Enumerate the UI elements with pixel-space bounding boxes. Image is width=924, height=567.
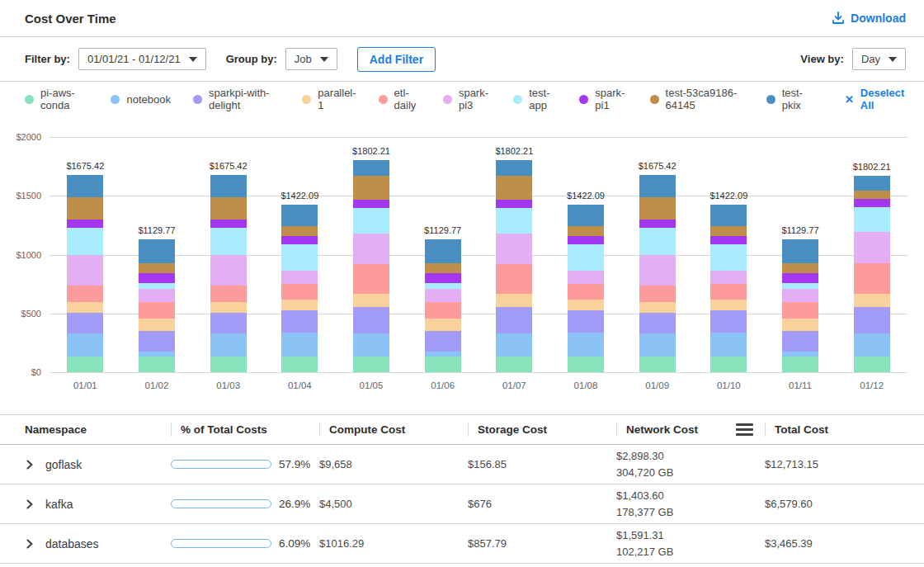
bar-segment-sparkpi-with-delight[interactable] [782, 331, 818, 352]
bar-segment-pi-aws-conda[interactable] [139, 357, 175, 372]
bar-segment-test-53ca9186-64145[interactable] [568, 226, 604, 237]
bar-segment-notebook[interactable] [639, 333, 676, 357]
bar-segment-etl-daily[interactable] [782, 302, 818, 319]
bar-segment-spark-pi1[interactable] [782, 273, 818, 282]
stacked-bar-01/05[interactable] [353, 160, 389, 372]
bar-segment-test-app[interactable] [568, 244, 604, 270]
column-settings-icon[interactable] [736, 423, 753, 436]
bar-segment-sparkpi-with-delight[interactable] [568, 310, 604, 332]
add-filter-button[interactable]: Add Filter [357, 47, 436, 72]
legend-item-test-app[interactable]: test-app [513, 87, 557, 111]
bar-segment-etl-daily[interactable] [139, 302, 175, 319]
bar-segment-etl-daily[interactable] [67, 286, 103, 301]
bar-segment-test-pkix[interactable] [281, 205, 318, 225]
bar-segment-pi-aws-conda[interactable] [425, 357, 461, 372]
bar-segment-test-pkix[interactable] [710, 205, 747, 225]
bar-segment-spark-pi1[interactable] [710, 236, 747, 244]
bar-segment-pi-aws-conda[interactable] [568, 357, 604, 372]
bar-segment-spark-pi3[interactable] [353, 234, 389, 264]
bar-segment-parallel-1[interactable] [67, 302, 103, 314]
bar-segment-test-app[interactable] [710, 244, 747, 270]
bar-segment-spark-pi1[interactable] [854, 199, 890, 207]
bar-segment-test-53ca9186-64145[interactable] [782, 263, 818, 273]
stacked-bar-01/06[interactable] [425, 239, 461, 372]
group-by-select[interactable]: Job [285, 48, 337, 70]
bar-segment-etl-daily[interactable] [568, 284, 604, 300]
bar-segment-spark-pi1[interactable] [281, 236, 318, 244]
legend-item-pi-aws-conda[interactable]: pi-aws-conda [25, 87, 88, 111]
bar-segment-test-53ca9186-64145[interactable] [710, 226, 747, 237]
bar-segment-sparkpi-with-delight[interactable] [496, 307, 532, 333]
bar-segment-test-app[interactable] [281, 244, 318, 270]
bar-segment-spark-pi1[interactable] [353, 200, 389, 208]
bar-segment-parallel-1[interactable] [782, 319, 818, 331]
stacked-bar-01/01[interactable] [67, 175, 103, 372]
bar-segment-parallel-1[interactable] [139, 319, 175, 331]
stacked-bar-01/09[interactable] [639, 175, 676, 372]
bar-segment-etl-daily[interactable] [210, 286, 247, 301]
deselect-all-button[interactable]: ✕Deselect All [845, 87, 906, 111]
bar-segment-sparkpi-with-delight[interactable] [67, 313, 103, 333]
column-header-network-cost[interactable]: Network Cost [616, 415, 765, 444]
bar-segment-test-53ca9186-64145[interactable] [854, 191, 890, 199]
stacked-bar-01/11[interactable] [782, 239, 818, 372]
stacked-bar-01/12[interactable] [854, 176, 890, 372]
stacked-bar-01/08[interactable] [568, 205, 604, 372]
bar-segment-pi-aws-conda[interactable] [210, 357, 247, 372]
bar-segment-test-53ca9186-64145[interactable] [281, 226, 318, 237]
bar-segment-sparkpi-with-delight[interactable] [425, 331, 461, 352]
bar-segment-spark-pi3[interactable] [281, 271, 318, 284]
legend-item-spark-pi1[interactable]: spark-pi1 [579, 87, 627, 111]
bar-segment-test-53ca9186-64145[interactable] [353, 176, 389, 200]
chevron-right-icon[interactable] [25, 499, 35, 509]
bar-segment-sparkpi-with-delight[interactable] [710, 310, 747, 332]
bar-segment-parallel-1[interactable] [496, 294, 532, 307]
bar-segment-pi-aws-conda[interactable] [854, 357, 890, 372]
bar-segment-test-pkix[interactable] [568, 205, 604, 225]
bar-segment-sparkpi-with-delight[interactable] [639, 313, 676, 333]
bar-segment-test-53ca9186-64145[interactable] [139, 263, 175, 273]
bar-segment-spark-pi3[interactable] [139, 289, 175, 302]
bar-segment-parallel-1[interactable] [353, 294, 389, 307]
bar-segment-spark-pi3[interactable] [639, 255, 676, 286]
bar-segment-etl-daily[interactable] [710, 284, 747, 300]
chevron-right-icon[interactable] [25, 460, 35, 470]
bar-segment-sparkpi-with-delight[interactable] [139, 331, 175, 352]
bar-segment-pi-aws-conda[interactable] [353, 357, 389, 372]
bar-segment-test-app[interactable] [210, 228, 247, 255]
bar-segment-pi-aws-conda[interactable] [782, 357, 818, 372]
bar-segment-pi-aws-conda[interactable] [496, 357, 532, 372]
bar-segment-pi-aws-conda[interactable] [710, 357, 747, 372]
bar-segment-spark-pi3[interactable] [568, 271, 604, 284]
column-header-total-cost[interactable]: Total Cost [765, 415, 908, 444]
bar-segment-test-pkix[interactable] [353, 160, 389, 176]
legend-item-notebook[interactable]: notebook [111, 93, 171, 106]
bar-segment-notebook[interactable] [496, 333, 532, 357]
bar-segment-spark-pi3[interactable] [710, 271, 747, 284]
bar-segment-sparkpi-with-delight[interactable] [210, 313, 247, 333]
bar-segment-sparkpi-with-delight[interactable] [353, 307, 389, 333]
bar-segment-notebook[interactable] [710, 333, 747, 357]
bar-segment-test-app[interactable] [854, 207, 890, 232]
bar-segment-spark-pi3[interactable] [854, 232, 890, 263]
legend-item-etl-daily[interactable]: etl-daily [379, 87, 421, 111]
bar-segment-spark-pi3[interactable] [425, 289, 461, 302]
bar-segment-parallel-1[interactable] [210, 302, 247, 314]
bar-segment-notebook[interactable] [281, 333, 318, 357]
bar-segment-test-app[interactable] [353, 208, 389, 234]
bar-segment-test-pkix[interactable] [425, 239, 461, 263]
bar-segment-spark-pi3[interactable] [67, 255, 103, 286]
bar-segment-test-53ca9186-64145[interactable] [210, 197, 247, 220]
bar-segment-test-pkix[interactable] [67, 175, 103, 196]
bar-segment-spark-pi1[interactable] [139, 273, 175, 282]
column-header-storage-cost[interactable]: Storage Cost [468, 415, 616, 444]
bar-segment-test-pkix[interactable] [782, 239, 818, 263]
bar-segment-spark-pi3[interactable] [782, 289, 818, 302]
bar-segment-spark-pi1[interactable] [568, 236, 604, 244]
bar-segment-test-app[interactable] [496, 208, 532, 234]
bar-segment-notebook[interactable] [854, 333, 890, 357]
bar-segment-notebook[interactable] [210, 333, 247, 357]
bar-segment-parallel-1[interactable] [854, 294, 890, 307]
bar-segment-test-pkix[interactable] [496, 160, 532, 176]
stacked-bar-01/10[interactable] [710, 205, 747, 372]
